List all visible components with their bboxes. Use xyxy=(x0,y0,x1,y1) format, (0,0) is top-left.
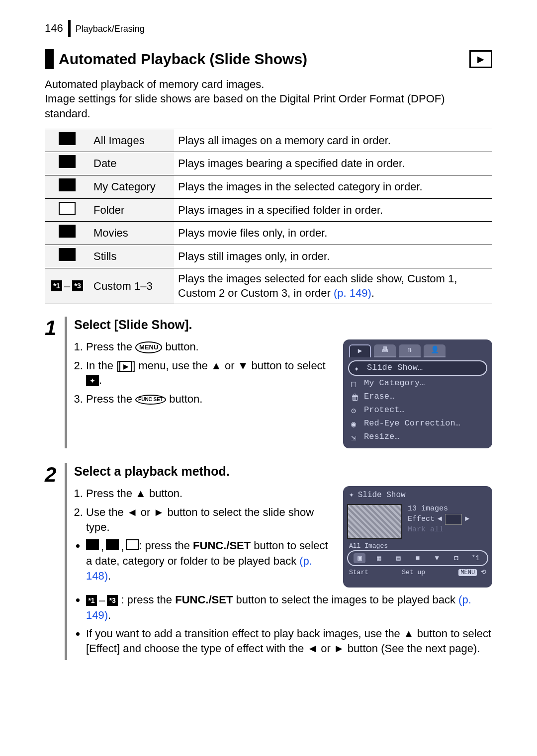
func-set-label: FUNC./SET xyxy=(193,539,251,552)
stills-icon xyxy=(59,248,76,261)
custom1-icon: *1 xyxy=(51,280,62,291)
user-tab-icon: 👤 xyxy=(424,344,446,357)
down-arrow-icon: ▼ xyxy=(238,359,249,372)
dash: – xyxy=(64,279,70,294)
slideshow-icon: ✦ xyxy=(349,490,354,501)
stills-icon: ◘ xyxy=(450,553,462,563)
playback-menu-icon: ▶ xyxy=(119,361,132,372)
instruction-item: Press the ▲ button. xyxy=(86,486,333,501)
setup-label: Set up xyxy=(402,568,425,577)
instruction-item: Press the MENU button. xyxy=(86,339,333,354)
menu-item-label: Slide Show… xyxy=(367,362,423,374)
option-desc: Plays images bearing a specified date in… xyxy=(174,152,492,175)
instr-text: . xyxy=(99,374,102,386)
custom3-icon: *3 xyxy=(107,595,118,606)
up-arrow-icon: ▲ xyxy=(211,359,222,372)
effect-row: Effect ◄ ► xyxy=(408,514,488,525)
breadcrumb: Playback/Erasing xyxy=(76,23,145,35)
intro-line: Image settings for slide shows are based… xyxy=(45,91,492,121)
ss2-title-row: ✦ Slide Show xyxy=(347,490,488,501)
step-2-instructions-cont: *1 – *3 : press the FUNC./SET button to … xyxy=(74,592,492,656)
step-title: Select a playback method. xyxy=(74,463,492,480)
step-title: Select [Slide Show]. xyxy=(74,317,492,334)
my-category-icon: ▤ xyxy=(392,553,404,563)
menu-item: ▤My Category… xyxy=(346,377,489,390)
intro-text: Automated playback of memory card images… xyxy=(45,77,492,121)
instruction-item: In the [▶] menu, use the ▲ or ▼ button t… xyxy=(86,358,333,388)
table-row: Date Plays images bearing a specified da… xyxy=(45,152,492,175)
instruction-bullet: , , : press the FUNC./SET button to sele… xyxy=(86,538,333,583)
comma: , xyxy=(101,539,104,554)
menu-item-label: Protect… xyxy=(364,405,405,416)
intro-line: Automated playback of memory card images… xyxy=(45,77,492,92)
instr-text: Use the xyxy=(86,506,127,518)
option-desc: Plays all images on a memory card in ord… xyxy=(174,129,492,152)
step-bar xyxy=(65,463,67,660)
table-row: My Category Plays the images in the sele… xyxy=(45,175,492,198)
playback-tab-icon: ▶ xyxy=(349,344,371,357)
option-icon-cell xyxy=(45,245,90,268)
movies-icon xyxy=(59,225,76,238)
instruction-item: Press the FUNC SET button. xyxy=(86,392,333,407)
menu-item-label: Resize… xyxy=(364,431,399,443)
protect-icon: ⊝ xyxy=(351,406,360,414)
instruction-bullet: *1 – *3 : press the FUNC./SET button to … xyxy=(86,592,492,623)
erase-icon: 🗑 xyxy=(351,393,360,401)
comma: , xyxy=(121,539,124,554)
step-2: 2 Select a playback method. Press the ▲ … xyxy=(45,463,492,660)
option-icon-cell xyxy=(45,198,90,222)
folder-icon: ■ xyxy=(412,553,424,563)
redeye-icon: ◉ xyxy=(351,420,360,427)
left-arrow-icon: ◄ xyxy=(307,642,318,655)
title-accent-bar xyxy=(45,49,54,69)
resize-icon: ⇲ xyxy=(351,433,360,441)
folder-icon xyxy=(126,539,139,550)
period: . xyxy=(108,609,111,621)
option-desc: Plays still images only, in order. xyxy=(174,245,492,268)
option-icon-cell xyxy=(45,175,90,198)
table-row: All Images Plays all images on a memory … xyxy=(45,129,492,152)
option-icon-cell xyxy=(45,129,90,152)
playback-type-iconbar: ▣ ▦ ▤ ■ ▼ ◘ *1 xyxy=(347,550,488,566)
instruction-item: Use the ◄ or ► button to select the slid… xyxy=(86,505,333,534)
start-label: Start xyxy=(349,568,368,577)
option-desc: Plays the images in the selected categor… xyxy=(174,175,492,198)
option-icon-cell xyxy=(45,152,90,175)
instr-text: Press the xyxy=(86,393,135,405)
right-arrow-icon: ► xyxy=(334,642,345,655)
custom3-icon: *3 xyxy=(72,280,83,291)
camera-menu-screenshot: ▶ 🖶 ⇅ 👤 ✦ Slide Show… ▤My Category… 🗑Era… xyxy=(343,339,492,449)
section-title: Automated Playback (Slide Shows) xyxy=(59,49,469,70)
instr-text: button to select the images to be played… xyxy=(233,593,458,606)
slideshow-setup-screenshot: ✦ Slide Show 13 images Effect ◄ ► Mark a… xyxy=(343,486,492,587)
step-1-instructions: Press the MENU button. In the [▶] menu, … xyxy=(74,339,333,449)
slideshow-icon: ✦ xyxy=(86,375,99,386)
menu-item: ◉Red-Eye Correction… xyxy=(346,417,489,430)
dash: – xyxy=(99,593,105,608)
all-images-icon xyxy=(59,132,76,145)
custom1-icon: *1 xyxy=(86,595,97,606)
play-icon: ▶ xyxy=(477,53,484,65)
instr-text: If you want to add a transition effect t… xyxy=(86,627,403,640)
step-number: 1 xyxy=(45,317,65,448)
option-name: Date xyxy=(90,152,174,175)
option-name: All Images xyxy=(90,129,174,152)
left-arrow-icon: ◄ xyxy=(438,514,442,524)
instr-text: : press the xyxy=(121,593,175,606)
left-arrow-icon: ◄ xyxy=(127,506,138,518)
up-arrow-icon: ▲ xyxy=(403,627,414,640)
instr-text: or xyxy=(222,359,238,372)
ss2-title-label: Slide Show xyxy=(358,490,406,501)
instruction-bullet: If you want to add a transition effect t… xyxy=(86,626,492,656)
instr-text: or xyxy=(138,506,154,518)
all-images-icon: ▣ xyxy=(354,553,365,563)
menu-item: 🗑Erase… xyxy=(346,390,489,404)
image-count: 13 images xyxy=(408,504,488,514)
custom1-icon: *1 xyxy=(469,553,481,563)
table-row: Stills Plays still images only, in order… xyxy=(45,245,492,268)
category-icon: ▤ xyxy=(351,379,360,387)
right-arrow-icon: ► xyxy=(154,506,165,518)
page-link[interactable]: (p. 149) xyxy=(334,287,371,299)
option-name: My Category xyxy=(90,175,174,198)
menu-button-label: MENU xyxy=(458,569,477,576)
